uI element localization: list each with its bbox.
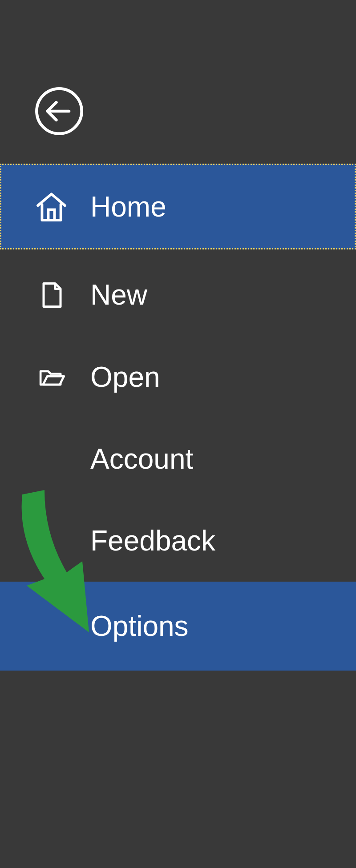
- menu-item-label: Options: [90, 610, 189, 643]
- menu-item-label: Open: [90, 361, 160, 394]
- new-file-icon: [35, 278, 68, 312]
- menu-item-account[interactable]: Account: [0, 419, 356, 499]
- icon-spacer: [35, 524, 68, 558]
- menu-item-home[interactable]: Home: [0, 164, 356, 249]
- svg-rect-2: [48, 210, 54, 220]
- back-button[interactable]: [35, 87, 84, 136]
- open-folder-icon: [35, 361, 68, 394]
- menu-item-label: New: [90, 278, 147, 311]
- menu-item-label: Home: [90, 190, 166, 223]
- icon-spacer: [35, 610, 68, 643]
- back-arrow-icon: [35, 87, 84, 136]
- menu-item-open[interactable]: Open: [0, 337, 356, 417]
- menu-item-feedback[interactable]: Feedback: [0, 501, 356, 581]
- home-icon: [35, 190, 68, 223]
- menu-item-new[interactable]: New: [0, 255, 356, 335]
- menu-item-label: Account: [90, 442, 193, 475]
- backstage-sidebar: Home New Open Account Feedback: [0, 0, 356, 868]
- menu-item-options[interactable]: Options: [0, 582, 356, 671]
- icon-spacer: [35, 442, 68, 476]
- menu-item-label: Feedback: [90, 524, 215, 557]
